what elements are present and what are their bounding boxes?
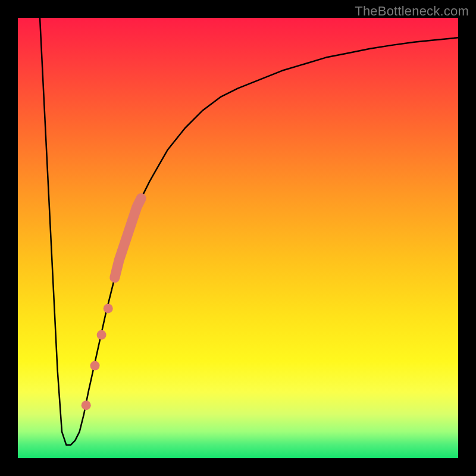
data-dot-2 (97, 330, 107, 340)
data-dots (82, 303, 113, 410)
highlight-band (115, 198, 141, 277)
chart-overlay (18, 18, 458, 458)
data-dot-1 (90, 361, 100, 371)
curve-path (40, 18, 458, 445)
watermark-text: TheBottleneck.com (355, 4, 469, 19)
data-dot-3 (104, 303, 113, 313)
curve-line (40, 18, 458, 445)
highlight-band-path (115, 198, 141, 277)
data-dot-0 (82, 400, 91, 410)
plot-area (18, 18, 458, 458)
chart-frame: TheBottleneck.com (0, 0, 476, 476)
